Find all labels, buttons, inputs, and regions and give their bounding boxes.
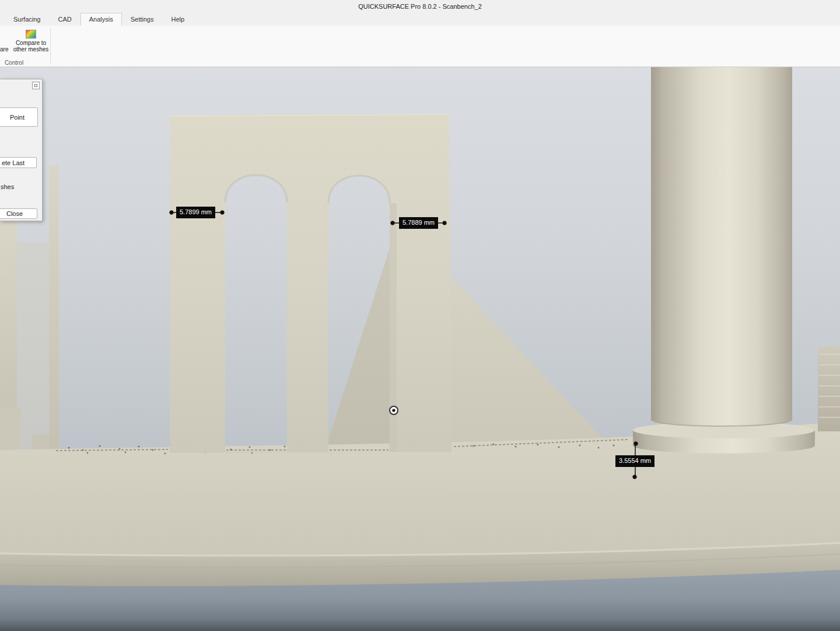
- viewport-3d[interactable]: 5.7899 mm 5.7889 mm 3.5554 mm Point ete …: [0, 67, 840, 631]
- compare-button-label-line1: Compare to: [16, 40, 46, 46]
- ribbon-group-separator: [50, 27, 51, 64]
- scan-mesh-scene: [0, 67, 840, 631]
- close-button[interactable]: Close: [0, 208, 37, 219]
- pyramid-mesh: [325, 221, 605, 451]
- point-button[interactable]: Point: [0, 107, 38, 127]
- tab-settings[interactable]: Settings: [122, 13, 163, 26]
- meshes-label: shes: [1, 183, 14, 190]
- cylinder-mesh: [633, 67, 815, 454]
- tab-surfacing[interactable]: Surfacing: [5, 13, 49, 26]
- menu-tab-bar: Surfacing CAD Analysis Settings Help: [0, 13, 840, 26]
- tab-help[interactable]: Help: [162, 13, 193, 26]
- measure-tool-panel: Point ete Last shes Close: [0, 79, 43, 221]
- measurement-label: 3.5554 mm: [615, 455, 654, 467]
- ribbed-column-stub: [818, 346, 840, 431]
- window-title: QUICKSURFACE Pro 8.0.2 - Scanbench_2: [358, 3, 482, 10]
- arch-structure: [170, 114, 452, 453]
- tab-cad[interactable]: CAD: [49, 13, 80, 26]
- ribbon: are Compare to other meshes Control: [0, 26, 840, 67]
- ribbon-group-label: Control: [0, 60, 28, 66]
- compare-meshes-icon: [26, 30, 36, 39]
- panel-options-button[interactable]: [32, 82, 40, 89]
- measurement-label: 5.7899 mm: [176, 207, 215, 218]
- compare-to-other-meshes-button[interactable]: Compare to other meshes: [12, 28, 50, 63]
- delete-last-button[interactable]: ete Last: [0, 157, 37, 168]
- title-bar: QUICKSURFACE Pro 8.0.2 - Scanbench_2: [0, 0, 840, 13]
- compare-button-label-line2: other meshes: [13, 46, 49, 53]
- picked-point-target-icon: [390, 406, 398, 414]
- measurement-label: 5.7889 mm: [399, 217, 438, 229]
- clipped-ribbon-button[interactable]: are: [0, 46, 8, 53]
- tab-analysis[interactable]: Analysis: [80, 13, 122, 26]
